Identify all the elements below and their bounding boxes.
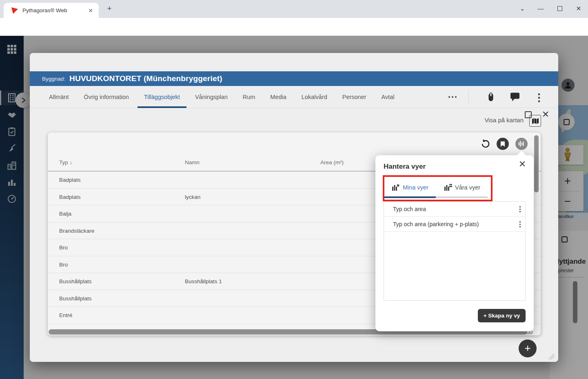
dialog-header: Byggnad: HUVUDKONTORET (Münchenbryggerie… xyxy=(30,71,558,86)
dialog-tab[interactable]: Lokalvård xyxy=(302,86,327,108)
window-chevron-icon[interactable]: ⌄ xyxy=(516,2,529,15)
popup-close-icon[interactable]: ✕ xyxy=(517,159,527,169)
window-close-button[interactable]: ✕ xyxy=(572,2,585,15)
browser-tab[interactable]: Pythagoras® Web ✕ xyxy=(4,3,99,18)
show-on-map-button[interactable] xyxy=(529,115,541,127)
manage-views-button[interactable] xyxy=(515,138,528,150)
dialog-menu-icon[interactable] xyxy=(534,93,544,103)
popup-title: Hantera vyer xyxy=(384,163,426,171)
tab-vara-vyer[interactable]: Våra vyer xyxy=(444,182,480,193)
tab-mina-vyer[interactable]: Mina vyer xyxy=(392,182,428,193)
column-typ[interactable]: Typ ↓ xyxy=(59,159,72,165)
dialog-close-icon[interactable]: ✕ xyxy=(541,110,550,119)
dialog-tab[interactable]: Våningsplan xyxy=(195,86,228,108)
our-views-icon xyxy=(444,183,452,192)
manage-views-popup: ✕ Hantera vyer Mina vyer Våra vyer Typ o… xyxy=(375,155,534,331)
new-tab-button[interactable]: + xyxy=(105,4,113,13)
popup-caret xyxy=(517,151,526,156)
more-tabs-icon[interactable] xyxy=(448,95,457,99)
dialog-tabbar: AllmäntÖvrig informationTilläggsobjektVå… xyxy=(30,86,558,108)
dialog-tab[interactable]: Avtal xyxy=(382,86,395,108)
dialog-tab[interactable]: Allmänt xyxy=(49,86,69,108)
tab-close-icon[interactable]: ✕ xyxy=(87,7,94,14)
tab-underline-track xyxy=(436,196,488,198)
dialog-title: HUVUDKONTORET (Münchenbryggeriet) xyxy=(69,74,222,83)
window-maximize-button[interactable] xyxy=(553,2,566,15)
view-list-item[interactable]: Typ och area (parkering + p-plats) xyxy=(384,217,525,232)
sort-desc-icon: ↓ xyxy=(70,159,73,165)
attachment-icon[interactable] xyxy=(486,92,496,102)
browser-window: Pythagoras® Web ✕ + ⌄ — ✕ ← → pim.pythag… xyxy=(0,0,588,379)
column-area[interactable]: Area (m²) xyxy=(320,159,344,165)
views-bars-icon xyxy=(518,141,525,147)
dialog-tab[interactable]: Tilläggsobjekt xyxy=(144,86,180,108)
browser-tabstrip: Pythagoras® Web ✕ + ⌄ — ✕ xyxy=(0,0,588,18)
column-namn[interactable]: Namn xyxy=(185,159,200,165)
view-item-menu-icon[interactable] xyxy=(519,206,521,213)
map-icon xyxy=(532,118,539,124)
entity-label: Byggnad: xyxy=(42,76,65,82)
dialog-resize-handle[interactable] xyxy=(549,354,555,359)
add-object-fab[interactable]: + xyxy=(519,339,537,357)
tab-title: Pythagoras® Web xyxy=(22,7,67,13)
comments-icon[interactable] xyxy=(510,92,520,102)
active-tab-underline xyxy=(383,196,436,198)
table-vertical-scrollbar[interactable] xyxy=(534,135,539,192)
create-view-button[interactable]: + Skapa ny vy xyxy=(478,309,526,322)
browser-toolbar: ← → pim.pythagoras.se/py_datamanager_sal… xyxy=(0,18,588,36)
show-on-map-label[interactable]: Visa på kartan xyxy=(484,117,524,123)
dialog-tab[interactable]: Övrig information xyxy=(84,86,129,108)
views-list: Typ och area Typ och area (parkering + p… xyxy=(384,201,526,301)
pythagoras-favicon xyxy=(11,7,18,14)
dialog-tab[interactable]: Personer xyxy=(342,86,366,108)
view-list-item[interactable]: Typ och area xyxy=(384,202,525,217)
window-minimize-button[interactable]: — xyxy=(534,2,547,15)
saved-view-button[interactable] xyxy=(497,138,509,150)
my-views-icon xyxy=(392,183,400,192)
dialog-tab[interactable]: Media xyxy=(270,86,286,108)
dialog-tab[interactable]: Rum xyxy=(243,86,255,108)
view-item-menu-icon[interactable] xyxy=(519,221,521,228)
bookmark-icon xyxy=(500,141,505,147)
refresh-icon[interactable] xyxy=(480,138,491,150)
